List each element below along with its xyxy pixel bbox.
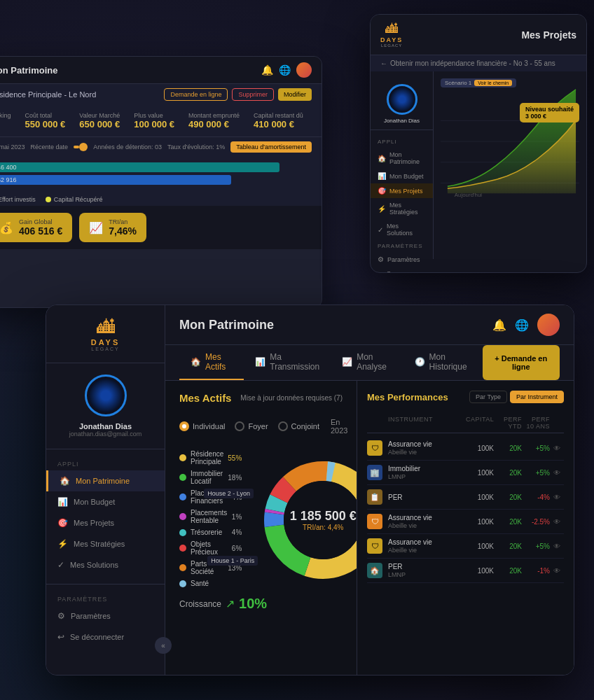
tr-content: Jonathan Dias APPLI 🏠 Mon Patrimoine 📊 M…: [371, 71, 586, 259]
ml-nav-budget[interactable]: 📊 Mon Budget: [46, 491, 165, 512]
ml-nav-projets[interactable]: 🎯 Mes Projets: [46, 512, 165, 533]
tl-tableau-btn[interactable]: Tableau d'amortissement: [230, 141, 312, 153]
tl-legend-dot-2: [46, 197, 51, 202]
ml-radio-dot-individual: [179, 421, 189, 431]
tl-stat-label-capital: Capital restant dû: [254, 112, 303, 119]
ml-topbar-globe-icon[interactable]: 🌐: [515, 318, 529, 332]
ml-nav-deconnexion[interactable]: ↩ Se déconnecter: [46, 626, 165, 648]
th-capital: CAPITAL: [466, 416, 494, 430]
tr-nav-parametres[interactable]: ⚙ Paramètres: [371, 252, 433, 267]
eye-icon-5[interactable]: 👁: [550, 542, 564, 550]
ml-nav-projets-icon: 🎯: [57, 518, 68, 528]
tab-mon-analyse[interactable]: 📈 Mon Analyse: [331, 345, 403, 380]
tl-bars: 446 400 852 916: [0, 157, 322, 193]
perf-capital-5: 100K: [466, 542, 494, 550]
ml-toggle-par-instrument[interactable]: Par Instrument: [510, 391, 564, 403]
ml-legend-dot-objets: [179, 545, 186, 552]
tr-avatar-inner: [390, 88, 414, 111]
ml-nav-patrimoine[interactable]: 🏠 Mon Patrimoine: [46, 470, 165, 491]
supprimer-btn[interactable]: Supprimer: [232, 88, 274, 101]
ml-update-link[interactable]: Mise à jour données requises (7): [240, 394, 343, 402]
ml-radio-foyer[interactable]: Foyer: [235, 421, 268, 431]
ml-topbar-bell-icon[interactable]: 🔔: [492, 318, 506, 332]
perf-10y-1: +5%: [522, 444, 550, 452]
ml-topbar-avatar[interactable]: [537, 314, 560, 336]
ml-tabs: 🏠 Mes Actifs 📊 Ma Transmission 📈 Mon Ana…: [165, 345, 574, 381]
eye-icon-1[interactable]: 👁: [550, 444, 564, 452]
tl-slider-track[interactable]: [74, 146, 88, 148]
tl-card-gain-info: Gain Global 406 516 €: [19, 218, 62, 237]
ml-right-panel: Mes Performances Par Type Par Instrument…: [357, 381, 574, 675]
tr-nav-solutions[interactable]: ✓ Mes Solutions: [371, 219, 433, 240]
tr-params-label: PARAMÈTRES: [371, 240, 433, 252]
eye-icon-2[interactable]: 👁: [550, 469, 564, 477]
tl-slider-thumb: [79, 143, 88, 151]
tab-analyse-icon: 📈: [342, 357, 352, 367]
tr-nav-projets[interactable]: 🎯 Mes Projets: [371, 183, 433, 198]
perf-ytd-5: 20K: [494, 542, 522, 550]
ml-nav-strategies[interactable]: ⚡ Mes Stratégies: [46, 533, 165, 554]
ml-nav-deconnexion-label: Se déconnecter: [70, 633, 124, 641]
tr-nav-strategies[interactable]: ⚡ Mes Stratégies: [371, 198, 433, 219]
tl-stat-value-valeur: 650 000 €: [79, 119, 120, 130]
eye-icon-4[interactable]: 👁: [550, 518, 564, 526]
ml-donut-center: 1 185 500 € TRI/an: 4,4%: [290, 509, 357, 531]
tr-nav-parametres-label: Paramètres: [387, 256, 420, 263]
ml-legend-dot-sante: [179, 580, 186, 587]
ml-radio-individual[interactable]: Individual: [179, 421, 225, 431]
tl-card-tri-label: TRI/an: [109, 218, 137, 225]
ml-legend-label-objets: Objets Précieux: [191, 540, 228, 556]
ml-demand-btn[interactable]: + Demande en ligne: [483, 345, 560, 380]
tr-nav-projets-label: Mes Projets: [389, 188, 423, 195]
tl-avatar[interactable]: [296, 62, 312, 78]
laptop-main: 🏙 DAYS LEGACY Jonathan Dias jonathan.dia…: [46, 304, 574, 676]
ml-avatar-inner: [89, 379, 123, 412]
asset-icon-3: 📋: [367, 489, 382, 505]
ml-legend-pct-tresorer: 4%: [232, 528, 242, 536]
modifier-btn[interactable]: Modifier: [278, 88, 312, 101]
ml-legend-residence: Résidence Principale 55%: [179, 450, 242, 465]
tr-nav-budget[interactable]: 📊 Mon Budget: [371, 169, 433, 183]
ml-collapse-btn[interactable]: «: [155, 637, 172, 654]
eye-icon-3[interactable]: 👁: [550, 493, 564, 501]
ml-legend-dot-residence: [179, 454, 186, 461]
ml-toggle-par-type[interactable]: Par Type: [469, 391, 507, 403]
tl-bar-track-1: 446 400: [0, 162, 279, 172]
asset-icon-4: 🛡: [367, 514, 382, 529]
tr-nav-patrimoine[interactable]: 🏠 Mon Patrimoine: [371, 148, 433, 169]
ml-legend-dot-tresorer: [179, 529, 186, 536]
tab-ma-transmission[interactable]: 📊 Ma Transmission: [244, 345, 331, 380]
ml-nav-solutions-icon: ✓: [57, 560, 64, 570]
tr-chart-area: Scénario 1 Voir le chemin Niveau souhait…: [434, 71, 586, 259]
tr-nav-deconnexion[interactable]: ↩ Se déconnecter: [371, 267, 433, 273]
tl-stats-row: Parking 3 Coût total 550 000 € Valeur Ma…: [0, 105, 322, 136]
bell-icon[interactable]: 🔔: [261, 64, 273, 76]
ml-main-content: Mon Patrimoine 🔔 🌐 🏠 Mes Actifs 📊 Ma Tra…: [165, 305, 574, 675]
globe-icon[interactable]: 🌐: [279, 64, 291, 76]
ml-nav-solutions[interactable]: ✓ Mes Solutions: [46, 554, 165, 575]
ml-actifs-header: Mes Actifs Mise à jour données requises …: [179, 392, 343, 404]
perf-icon-5: 🛡: [367, 538, 388, 554]
ml-growth-arrow-icon: ↗: [226, 597, 235, 610]
tl-taux-label: Taux d'évolution: 1%: [167, 144, 225, 150]
ml-content: Mes Actifs Mise à jour données requises …: [165, 381, 574, 675]
table-row: 📋 PER 100K 20K -4% 👁: [367, 485, 564, 510]
ml-radio-conjoint[interactable]: Conjoint: [278, 421, 319, 431]
ml-radio-group: Individual Foyer Conjoint: [179, 421, 319, 431]
tl-bar-2: 852 916: [0, 175, 312, 185]
tab-mon-historique[interactable]: 🕐 Mon Historique: [403, 345, 483, 380]
ml-legend-pct-rent: 1%: [232, 513, 242, 521]
tl-title: Mon Patrimoine: [0, 65, 58, 76]
perf-capital-1: 100K: [466, 444, 494, 452]
tab-mes-actifs[interactable]: 🏠 Mes Actifs: [179, 345, 244, 380]
eye-icon-6[interactable]: 👁: [550, 567, 564, 575]
ml-nav-parametres[interactable]: ⚙ Paramètres: [46, 606, 165, 626]
tr-voir-btn[interactable]: Voir le chemin: [474, 80, 512, 86]
tl-header: Mon Patrimoine 🔔 🌐: [0, 57, 322, 84]
table-row: 🛡 Assurance vieAbeille vie 100K 20K -2.5…: [367, 510, 564, 534]
ml-perf-table: INSTRUMENT CAPITAL PERFYTD PERF10 ANS 🛡 …: [367, 413, 564, 583]
demande-btn[interactable]: Demande en ligne: [164, 88, 228, 101]
ml-params-label: PARAMÈTRES: [46, 593, 165, 606]
perf-ytd-3: 20K: [494, 493, 522, 501]
th-icon: [367, 416, 388, 430]
